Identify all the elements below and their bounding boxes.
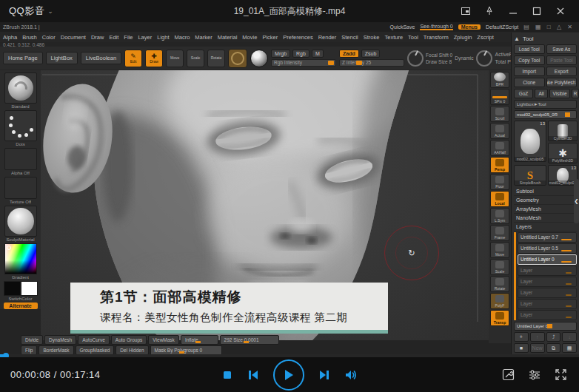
dynamic-toggle[interactable]: Dynamic: [455, 55, 473, 61]
stroke-selector[interactable]: Dots: [4, 110, 37, 146]
active-tool-thumb[interactable]: 13 mod02_sculpt05: [514, 121, 546, 162]
shelf-button[interactable]: Local: [490, 191, 509, 207]
goz-button[interactable]: GoZ: [514, 89, 533, 98]
layer-action-button[interactable]: ⤴: [546, 332, 561, 342]
edit-button[interactable]: ✎Edit: [124, 50, 142, 67]
clone-button[interactable]: Clone: [514, 78, 545, 87]
import-button[interactable]: Import: [514, 67, 545, 76]
focal-shift-knob[interactable]: [407, 50, 424, 67]
shelf-button[interactable]: Scroll: [490, 106, 509, 122]
m-toggle[interactable]: M: [312, 50, 324, 58]
draw-button[interactable]: ✚Draw: [145, 50, 163, 67]
menu-item[interactable]: Render: [318, 34, 337, 41]
menu-item[interactable]: Layer: [138, 34, 152, 41]
window-config-icons[interactable]: ▤ ▦ □ △ ✕: [523, 24, 575, 30]
screenshot-icon[interactable]: [458, 3, 474, 19]
texture-selector[interactable]: Texture Off: [4, 177, 37, 204]
menu-item[interactable]: Document: [61, 34, 86, 41]
stop-button[interactable]: [221, 369, 233, 381]
menu-item[interactable]: Color: [42, 34, 56, 41]
brush-selector[interactable]: Standard: [4, 72, 37, 109]
layer-action-button[interactable]: ↓: [562, 332, 577, 342]
menu-item[interactable]: Light: [157, 34, 169, 41]
menu-item[interactable]: Tool: [408, 34, 418, 41]
layer-action-button[interactable]: ↑: [530, 332, 545, 342]
video-frame[interactable]: ZBrush 2018.1 | QuickSave See-through 0 …: [0, 22, 579, 357]
material-ball-icon[interactable]: [250, 50, 268, 67]
export-button[interactable]: Export: [546, 67, 578, 76]
layer-action-button[interactable]: ⧉: [546, 343, 561, 353]
menu-item[interactable]: Preferences: [283, 34, 312, 41]
layer-action-button[interactable]: New: [530, 343, 545, 353]
subpalette-header[interactable]: Subtool: [514, 187, 577, 196]
current-tool-slider[interactable]: mod02_sculpt05_0R: [514, 110, 577, 119]
mrgb-toggle[interactable]: Mrgb: [271, 50, 290, 58]
fullscreen-button[interactable]: [555, 368, 567, 381]
paste-tool-button[interactable]: Paste Tool: [546, 55, 578, 65]
goz-all-button[interactable]: All: [535, 89, 548, 98]
alpha-selector[interactable]: Alpha Off: [4, 148, 37, 175]
color-gradient-square[interactable]: [4, 243, 37, 274]
switch-color[interactable]: SwitchColor: [4, 281, 38, 301]
toolbox-button[interactable]: [502, 368, 515, 381]
secondary-color-swatch[interactable]: [21, 281, 38, 296]
layer-row[interactable]: Layer: [518, 299, 577, 309]
subpalette-header[interactable]: Layers: [514, 223, 577, 232]
layers-scrollbar[interactable]: ❮: [574, 179, 579, 223]
shelf-button[interactable]: Actual: [490, 123, 509, 139]
play-button[interactable]: [273, 359, 304, 391]
z-intensity-slider[interactable]: Z Intensity 25: [339, 59, 404, 67]
menu-item[interactable]: Marker: [195, 34, 212, 41]
menu-item[interactable]: Stroke: [364, 34, 380, 41]
layer-row[interactable]: Layer: [518, 288, 577, 298]
shelf-button[interactable]: Frame: [490, 225, 509, 241]
menu-item[interactable]: Draw: [91, 34, 104, 41]
strip-button[interactable]: Inflate: [181, 335, 218, 345]
menu-item[interactable]: Brush: [22, 34, 37, 41]
zsub-toggle[interactable]: Zsub: [361, 50, 381, 58]
shelf-button[interactable]: Floor: [490, 174, 509, 190]
layer-row[interactable]: Untitled Layer 0.5: [518, 243, 577, 254]
save-as-button[interactable]: Save As: [546, 44, 578, 54]
menu-item[interactable]: Stencil: [341, 34, 358, 41]
quicksave-button[interactable]: QuickSave: [390, 24, 415, 30]
seethrough-slider[interactable]: See-through 0: [420, 24, 452, 30]
previous-button[interactable]: [247, 369, 260, 381]
shelf-button[interactable]: Move: [490, 242, 509, 258]
layer-action-button[interactable]: ■: [514, 343, 529, 353]
shelf-button[interactable]: AAHalf: [490, 140, 509, 156]
current-brush-thumb[interactable]: [228, 49, 247, 68]
minimize-button[interactable]: [505, 3, 521, 19]
goz-r-button[interactable]: R: [572, 89, 579, 98]
strip-button[interactable]: AutoCurve: [78, 335, 110, 345]
main-color-swatch[interactable]: [4, 281, 21, 296]
simplebrush-thumb[interactable]: S SimpleBrush: [514, 165, 546, 186]
home-page-button[interactable]: Home Page: [3, 52, 43, 64]
menu-item[interactable]: Macro: [174, 34, 190, 41]
accelerate-icon[interactable]: [481, 3, 498, 19]
layer-name-slider[interactable]: Untitled Layer 0: [514, 322, 577, 331]
menus-toggle[interactable]: Menus: [458, 24, 481, 30]
subpalette-header[interactable]: ArrayMesh: [514, 205, 577, 214]
volume-button[interactable]: [344, 369, 358, 381]
lightbox-tool-bar[interactable]: Lightbox►Tool: [514, 100, 577, 109]
shelf-button[interactable]: SPix 0: [490, 89, 509, 105]
rgb-intensity-slider[interactable]: Rgb Intensity: [271, 59, 336, 67]
layer-action-button[interactable]: ▦: [562, 343, 577, 353]
settings-sliders-button[interactable]: [528, 369, 541, 381]
make-polymesh3d-button[interactable]: Make PolyMesh3D: [546, 78, 578, 87]
copy-tool-button[interactable]: Copy Tool: [514, 55, 545, 65]
menu-item[interactable]: Edit: [109, 34, 118, 41]
shelf-button[interactable]: Scale: [490, 259, 509, 275]
alternate-button[interactable]: Alternate: [4, 303, 38, 309]
menu-item[interactable]: Texture: [384, 34, 403, 41]
menu-item[interactable]: Material: [218, 34, 238, 41]
material-selector[interactable]: SculptMaterial: [4, 206, 37, 242]
shelf-button[interactable]: Persp: [490, 157, 509, 173]
strip-button[interactable]: ViewMask: [148, 335, 179, 345]
shelf-button[interactable]: L.Sym: [490, 208, 509, 224]
shelf-button[interactable]: Rotate: [490, 276, 509, 292]
menu-item[interactable]: Picker: [262, 34, 278, 41]
strip-button[interactable]: Auto Groups: [111, 335, 147, 345]
move-button[interactable]: Move: [166, 50, 184, 67]
